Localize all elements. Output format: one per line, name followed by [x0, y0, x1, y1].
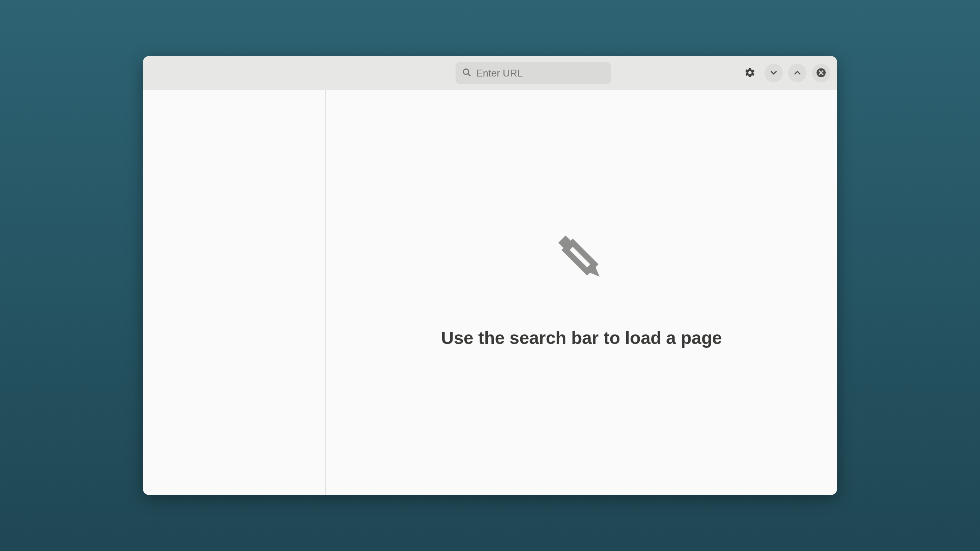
settings-button[interactable] — [741, 64, 759, 82]
gear-icon — [744, 67, 756, 80]
chevron-up-icon — [792, 68, 802, 79]
content-area: Use the search bar to load a page — [326, 90, 837, 495]
url-search-field[interactable] — [456, 62, 611, 84]
window-body: Use the search bar to load a page — [143, 90, 837, 495]
titlebar — [143, 56, 837, 90]
titlebar-center — [326, 56, 741, 90]
titlebar-left-spacer — [143, 56, 326, 90]
chevron-down-icon — [769, 68, 779, 79]
close-button[interactable] — [812, 64, 830, 82]
app-window: Use the search bar to load a page — [143, 56, 837, 495]
up-button[interactable] — [788, 64, 807, 82]
url-input[interactable] — [476, 67, 605, 79]
search-icon — [462, 67, 472, 79]
svg-line-1 — [468, 73, 470, 76]
down-button[interactable] — [764, 64, 783, 82]
empty-state-hint: Use the search bar to load a page — [441, 328, 722, 348]
sidebar — [143, 90, 326, 495]
titlebar-controls — [741, 56, 830, 90]
svg-rect-6 — [565, 243, 594, 271]
close-circle-icon — [815, 67, 827, 80]
pencil-icon — [543, 220, 620, 297]
